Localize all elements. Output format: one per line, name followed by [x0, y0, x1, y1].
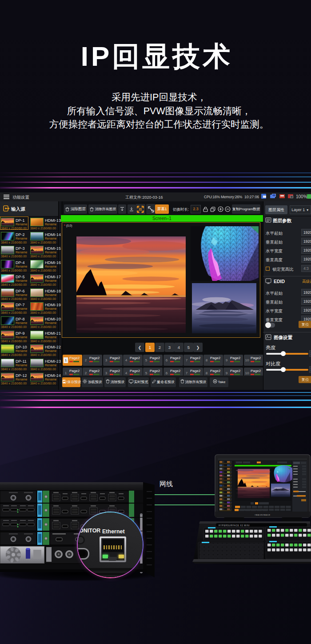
- svg-text:▪MAGNIMAGE: ▪MAGNIMAGE: [255, 514, 271, 516]
- svg-text:HYPERSURFACE X2 MINI: HYPERSURFACE X2 MINI: [219, 524, 250, 527]
